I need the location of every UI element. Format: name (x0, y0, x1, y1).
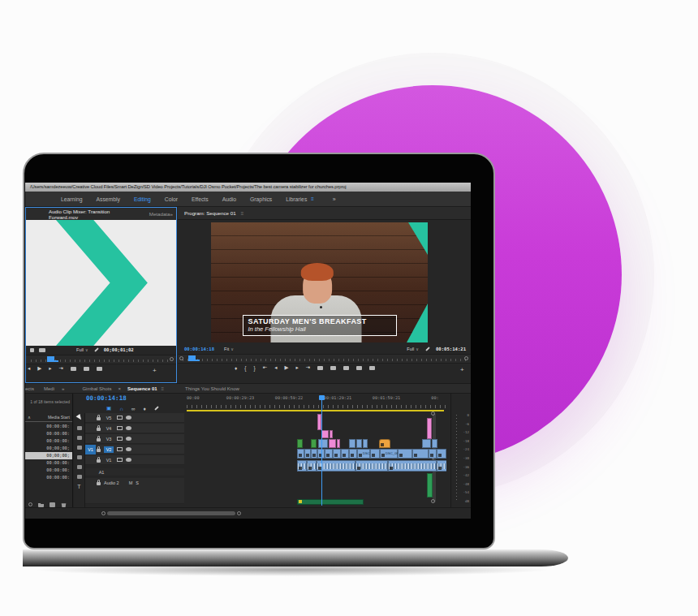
go-to-out-icon[interactable]: ⇥ (59, 365, 63, 372)
step-forward-icon[interactable]: ▸ (49, 365, 51, 372)
clip-audio[interactable] (437, 460, 446, 472)
clip-audio[interactable] (388, 460, 437, 472)
timeline-tracks[interactable]: 00:0000:00:29:2300:00:59:2200:01:29:2100… (184, 394, 446, 507)
clip-video[interactable] (398, 449, 412, 459)
source-scrub-knob[interactable] (170, 357, 174, 361)
program-scrubber[interactable] (178, 354, 471, 364)
project-row[interactable]: 00:00:00: (25, 474, 72, 481)
clip-video[interactable] (437, 449, 446, 459)
clip-broll[interactable] (318, 439, 328, 448)
clip-music[interactable] (297, 499, 364, 505)
play-icon[interactable]: ▶ (37, 365, 41, 372)
solo-button[interactable]: S (136, 480, 139, 485)
program-add-button-icon[interactable]: + (460, 366, 464, 373)
razor-tool[interactable] (77, 446, 82, 450)
button-editor-icon[interactable] (369, 366, 375, 370)
source-wrench-icon[interactable] (94, 347, 99, 352)
export-frame-icon[interactable] (97, 367, 102, 371)
source-playhead[interactable] (47, 356, 54, 360)
comparison-view-icon[interactable] (356, 366, 362, 370)
workspace-tab-audio[interactable]: Audio (222, 196, 236, 202)
step-back-icon[interactable]: ◂ (28, 365, 30, 372)
eye-icon[interactable] (126, 458, 131, 462)
video-track-header-v1[interactable]: V1 (85, 455, 184, 465)
clip-broll[interactable] (363, 439, 368, 448)
clip-video[interactable] (304, 449, 311, 459)
tab-program-sequence[interactable]: Program: Sequence 01 (184, 210, 236, 216)
hand-tool[interactable] (77, 475, 82, 479)
clip-broll[interactable] (297, 439, 303, 448)
workspace-tab-color[interactable]: Color (165, 196, 178, 202)
ripple-edit-tool[interactable] (77, 436, 82, 440)
tab-media[interactable]: Medi (44, 386, 54, 391)
track-output-icon[interactable] (117, 447, 123, 451)
workspace-tab-graphics[interactable]: Graphics (250, 196, 272, 202)
clip-graphic[interactable] (330, 430, 333, 438)
vscroll-knob-bottom[interactable] (431, 499, 435, 503)
clip-video[interactable] (341, 449, 349, 459)
track-output-icon[interactable] (117, 458, 123, 462)
program-fit-select[interactable]: Fit (224, 347, 229, 351)
clip-video[interactable] (325, 449, 333, 459)
clip-video[interactable] (412, 449, 429, 459)
tab-gimbal-shots[interactable]: Gimbal Shots (82, 386, 111, 391)
step-forward-icon[interactable]: ▸ (295, 364, 298, 371)
clip-video[interactable] (297, 449, 304, 459)
video-track-header-v4[interactable]: V4 (85, 424, 184, 433)
clip-broll[interactable] (432, 439, 437, 448)
workspace-tab-learning[interactable]: Learning (61, 196, 82, 202)
clip-audio[interactable] (355, 460, 388, 472)
program-scrub-knob-right[interactable] (464, 356, 468, 360)
clip-broll[interactable] (337, 439, 340, 448)
program-panel-menu-icon[interactable]: ≡ (241, 210, 244, 216)
clip-broll[interactable] (422, 439, 431, 448)
clip-audio[interactable] (317, 460, 355, 472)
workspace-tab-effects[interactable]: Effects (192, 196, 209, 202)
go-to-out-icon[interactable]: ⇥ (306, 364, 310, 371)
project-find-icon[interactable] (28, 502, 32, 506)
source-settings-icon[interactable] (30, 348, 34, 352)
clip-video[interactable] (370, 449, 380, 459)
project-row[interactable]: 00:00:00: (25, 423, 72, 430)
selection-tool[interactable] (75, 414, 83, 421)
slip-tool[interactable] (77, 455, 82, 459)
workspace-tab-editing[interactable]: Editing (134, 196, 151, 202)
project-row[interactable]: 00:00:00: (25, 467, 72, 474)
hscroll-knob-right[interactable] (237, 511, 241, 515)
project-row[interactable]: 00:00:00: (25, 459, 72, 467)
close-icon[interactable]: × (118, 386, 121, 391)
hscroll-knob-left[interactable] (101, 511, 106, 515)
workspace-overflow-icon[interactable]: » (333, 196, 336, 202)
clip-video[interactable] (333, 449, 341, 459)
program-zoom-select[interactable]: Full (407, 347, 414, 351)
workspace-menu-icon[interactable]: ≡ (311, 196, 314, 201)
video-track-header-v2[interactable]: V1V2 (85, 445, 184, 454)
workspace-tab-libraries[interactable]: Libraries (286, 196, 307, 202)
type-tool[interactable]: T (77, 485, 80, 489)
sort-icon[interactable]: ∧ (28, 415, 31, 420)
program-playhead[interactable] (188, 355, 196, 360)
project-column-header[interactable]: ∧ Media Start (25, 413, 72, 422)
column-media-start[interactable]: Media Start (48, 415, 70, 420)
track-output-icon[interactable] (117, 437, 123, 441)
audio-track-header-a1[interactable]: A1 (85, 468, 184, 476)
tab-things-you-should-know[interactable]: Things You Should Know (185, 386, 239, 391)
source-scrubber[interactable] (26, 355, 176, 364)
add-marker-icon[interactable]: ♦ (235, 365, 237, 371)
step-back-icon[interactable]: ◂ (274, 364, 277, 371)
insert-icon[interactable] (71, 367, 76, 371)
track-output-icon[interactable] (117, 416, 123, 420)
clip-video[interactable] (429, 449, 437, 459)
mark-in-icon[interactable]: { (244, 365, 246, 371)
project-row[interactable]: 00;00;00; (25, 445, 72, 452)
clip-video[interactable] (349, 449, 357, 459)
clip-broll[interactable] (379, 439, 390, 448)
video-track-header-v3[interactable]: V3 (85, 434, 184, 444)
lock-icon[interactable] (97, 428, 101, 431)
audio-track-header-a2[interactable]: Audio 2MS (85, 478, 184, 504)
clip-broll[interactable] (329, 439, 336, 448)
track-select-forward-tool[interactable] (77, 426, 82, 430)
clip-audio[interactable] (307, 460, 317, 472)
clip-video[interactable]: DSC_061 (380, 449, 398, 459)
lock-icon[interactable] (97, 459, 101, 463)
